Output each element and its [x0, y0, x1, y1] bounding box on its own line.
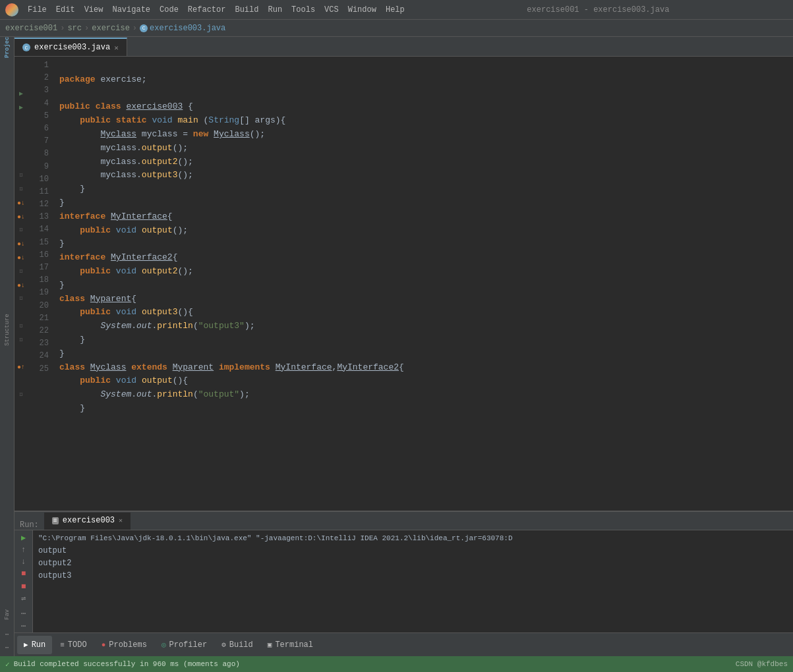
menu-build[interactable]: Build	[231, 4, 262, 16]
status-right: CSDN @kfdbes	[736, 660, 788, 668]
code-editor[interactable]: ▶ ▶ ⌑ ⌑ ●↓ ●↓ ⌑ ●↓ ●↓ ⌑ ●↓ ⌑ ⌑ ⌑ ●	[15, 57, 793, 511]
run-out-1: output	[38, 545, 788, 557]
status-left: ✓ Build completed successfully in 960 ms…	[5, 660, 240, 669]
run-tab-close[interactable]: ✕	[119, 517, 123, 524]
bottom-problems-button[interactable]: ● Problems	[95, 636, 154, 654]
bottom-profiler-button[interactable]: ◎ Profiler	[155, 636, 214, 654]
run-stop2-button[interactable]: ◼	[17, 581, 30, 591]
run-out-2: output2	[38, 557, 788, 570]
sidebar-structure-icon[interactable]: Structure	[1, 324, 13, 336]
tab-close-button[interactable]: ✕	[114, 43, 119, 52]
run-stop-button[interactable]: ■	[17, 569, 30, 578]
tab-label: exercise003.java	[34, 43, 110, 52]
bottom-panel: ▶ Run ≡ TODO ● Problems ◎ Profiler ⚙ Bui…	[15, 632, 793, 656]
menu-help[interactable]: Help	[382, 4, 409, 16]
menu-window[interactable]: Window	[344, 4, 380, 16]
status-bar: ✓ Build completed successfully in 960 ms…	[0, 656, 793, 672]
run-up-button[interactable]: ↑	[17, 546, 30, 555]
bottom-todo-button[interactable]: ≡ TODO	[53, 636, 93, 654]
menu-vcs[interactable]: VCS	[320, 4, 343, 16]
status-check-icon: ✓	[5, 660, 10, 669]
run-icon: ▶	[24, 640, 28, 649]
run-more-button[interactable]: ⋯	[17, 609, 30, 619]
sidebar-more-icon[interactable]: ⋯	[1, 629, 13, 640]
sidebar-favorites-icon[interactable]: Fav	[1, 609, 13, 621]
breadcrumb-file[interactable]: C exercise003.java	[140, 24, 225, 33]
menu-refactor[interactable]: Refactor	[184, 4, 230, 16]
run-play-button[interactable]: ▶	[17, 533, 30, 543]
left-sidebar: Project Structure Fav ⋯ ⋯	[0, 37, 15, 656]
terminal-icon: ▣	[268, 640, 272, 649]
run-panel: Run: ≡ exercise003 ✕ ▶ ↑ ↓ ■ ◼ ⇌ ⋯ ⋯	[15, 511, 793, 632]
editor-container: C exercise003.java ✕ ▶ ▶ ⌑ ⌑ ●↓ ●↓ ⌑	[15, 37, 793, 656]
run-wrap-button[interactable]: ⇌	[17, 594, 30, 603]
run-bottom-more-button[interactable]: ⋯	[17, 621, 30, 631]
sidebar-bottom-more-icon[interactable]: ⋯	[1, 642, 13, 654]
menu-navigate[interactable]: Navigate	[108, 4, 154, 16]
menu-bar: File Edit View Navigate Code Refactor Bu…	[24, 4, 409, 16]
editor-tab-exercise003[interactable]: C exercise003.java ✕	[15, 38, 127, 56]
gutter: ▶ ▶ ⌑ ⌑ ●↓ ●↓ ⌑ ●↓ ●↓ ⌑ ●↓ ⌑ ⌑ ⌑ ●	[15, 57, 28, 511]
menu-view[interactable]: View	[80, 4, 107, 16]
line-numbers: 12345 678910 1112131415 1617181920 21222…	[28, 57, 54, 511]
run-label: Run:	[15, 520, 44, 530]
run-down-button[interactable]: ↓	[17, 557, 30, 567]
run-tab-label: exercise003	[63, 516, 115, 525]
todo-icon: ≡	[60, 641, 65, 649]
menu-tools[interactable]: Tools	[287, 4, 319, 16]
build-icon: ⚙	[221, 640, 226, 649]
menu-edit[interactable]: Edit	[52, 4, 79, 16]
tab-file-icon: C	[22, 43, 30, 51]
window-title: exercise001 - exercise003.java	[409, 5, 788, 14]
menu-run[interactable]: Run	[264, 4, 286, 16]
run-toolbar: ▶ ↑ ↓ ■ ◼ ⇌ ⋯ ⋯	[15, 530, 33, 632]
run-out-3: output3	[38, 570, 788, 582]
bottom-terminal-button[interactable]: ▣ Terminal	[261, 636, 320, 654]
run-command: "C:\Program Files\Java\jdk-18.0.1.1\bin\…	[38, 533, 788, 545]
bottom-run-button[interactable]: ▶ Run	[17, 636, 52, 654]
title-bar: File Edit View Navigate Code Refactor Bu…	[0, 0, 793, 20]
main-area: Project Structure Fav ⋯ ⋯ C exercise003.…	[0, 37, 793, 656]
run-content: ▶ ↑ ↓ ■ ◼ ⇌ ⋯ ⋯ "C:\Program Files\Java\j…	[15, 530, 793, 632]
breadcrumb-src[interactable]: src	[67, 24, 82, 33]
breadcrumb-package[interactable]: exercise	[92, 24, 130, 33]
menu-file[interactable]: File	[24, 4, 51, 16]
menu-code[interactable]: Code	[156, 4, 183, 16]
run-tab-bar: Run: ≡ exercise003 ✕	[15, 512, 793, 530]
status-message: Build completed successfully in 960 ms (…	[14, 660, 240, 668]
breadcrumb: exercise001 › src › exercise › C exercis…	[0, 20, 793, 37]
run-output: "C:\Program Files\Java\jdk-18.0.1.1\bin\…	[33, 530, 793, 632]
app-icon	[5, 3, 18, 16]
bottom-build-button[interactable]: ⚙ Build	[215, 636, 260, 654]
sidebar-project-icon[interactable]: Project	[1, 40, 13, 51]
code-content[interactable]: package exercise; public class exercise0…	[54, 57, 793, 511]
problems-icon: ●	[102, 641, 106, 649]
run-tab-exercise003[interactable]: ≡ exercise003 ✕	[44, 513, 131, 530]
tab-bar: C exercise003.java ✕	[15, 37, 793, 57]
profiler-icon: ◎	[162, 640, 166, 649]
breadcrumb-project[interactable]: exercise001	[5, 24, 57, 33]
